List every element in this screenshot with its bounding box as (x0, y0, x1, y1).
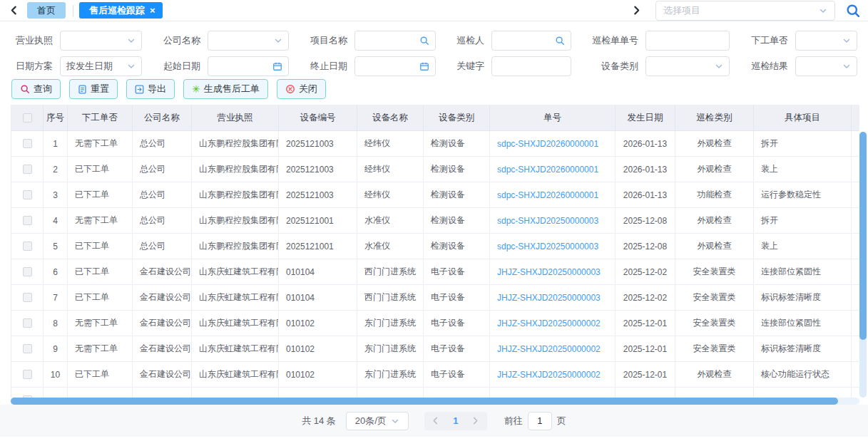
query-button[interactable]: 查询 (11, 79, 61, 99)
filter-label-end-date: 终止日期 (306, 60, 347, 73)
cell-inspect_type: 安全装置类 (693, 266, 736, 278)
row-checkbox[interactable] (23, 318, 32, 328)
cell-device_no: 2025121003 (286, 190, 334, 200)
cell-device_name: 水准仪 (364, 214, 390, 227)
global-search-icon[interactable] (845, 3, 861, 19)
order-no-link[interactable]: JHJZ-SHXJD20250000002 (497, 344, 601, 354)
table-row: 7已下工单金石建设公司山东庆虹建筑工程有限公司010104西门门进系统电子设备J… (11, 285, 859, 311)
table-row: 1无需下工单总公司山东鹏程控股集团有限公司2025121003经纬仪检测设备sd… (11, 131, 859, 157)
cell-license: 山东庆虹建筑工程有限公司 (199, 317, 279, 329)
order-no-link[interactable]: sdpc-SHXJD20260000001 (497, 190, 598, 200)
col-header-company: 公司名称 (133, 105, 192, 131)
cell-item: 标识标签清晰度 (761, 343, 821, 355)
calendar-icon[interactable] (272, 61, 282, 71)
export-button[interactable]: 导出 (126, 79, 175, 99)
search-icon[interactable] (555, 36, 565, 46)
order-no-link[interactable]: JHJZ-SHXJD20250000003 (497, 267, 601, 277)
cell-license: 山东鹏程控股集团有限公司 (199, 189, 279, 201)
inspection-order-no-input[interactable] (645, 31, 730, 51)
business-license-select[interactable] (60, 31, 142, 51)
order-no-link[interactable]: sdpc-SHXJD20260000001 (497, 139, 598, 149)
cell-device_type: 检测设备 (431, 163, 465, 175)
filter-label-keyword: 关键字 (453, 60, 484, 73)
reset-button[interactable]: 重置 (69, 79, 118, 99)
tab-home[interactable]: 首页 (27, 2, 66, 19)
row-checkbox[interactable] (23, 165, 32, 174)
generate-work-order-button[interactable]: ✳ 生成售后工单 (183, 79, 268, 99)
vertical-scrollbar-track[interactable] (859, 132, 867, 398)
row-checkbox[interactable] (23, 344, 32, 353)
work-order-issued-select[interactable] (795, 31, 857, 51)
cell-date: 2025-12-01 (623, 344, 667, 354)
horizontal-scrollbar-track[interactable] (11, 398, 859, 405)
vertical-scrollbar-thumb[interactable] (859, 132, 867, 340)
chevron-right-icon[interactable] (628, 3, 644, 19)
start-date-input[interactable] (208, 56, 289, 76)
filter-label-inspection-result: 巡检结果 (747, 60, 788, 73)
table-row: 10已下工单金石建设公司山东庆虹建筑工程有限公司010102东门门进系统电子设备… (11, 362, 859, 388)
export-icon (135, 85, 144, 94)
cell-company: 总公司 (140, 189, 165, 201)
order-no-link[interactable]: JHJZ-SHXJD20250000003 (497, 293, 601, 303)
cell-clipped (852, 182, 859, 208)
search-icon[interactable] (419, 36, 429, 46)
project-name-input[interactable] (354, 31, 436, 51)
calendar-icon[interactable] (419, 61, 429, 71)
order-no-link[interactable]: JHJZ-SHXJD20250000002 (497, 318, 601, 328)
close-button[interactable]: 关闭 (277, 79, 326, 99)
col-header-device-no: 设备编号 (279, 105, 357, 131)
current-page[interactable]: 1 (446, 412, 466, 430)
cell-inspect_type: 安全装置类 (693, 343, 736, 355)
tab-active-label: 售后巡检跟踪 (89, 4, 145, 17)
row-checkbox[interactable] (23, 190, 32, 199)
tab-after-sales-inspection[interactable]: 售后巡检跟踪 × (79, 2, 163, 19)
cell-clipped (852, 208, 859, 234)
prev-page-button[interactable] (426, 412, 446, 430)
next-page-button[interactable] (466, 412, 486, 430)
cell-date: 2025-12-08 (623, 216, 667, 226)
row-checkbox[interactable] (23, 242, 32, 251)
cell-clipped (852, 259, 859, 285)
cell-inspect_type: 外观检查 (698, 214, 732, 227)
cell-company: 总公司 (140, 240, 165, 252)
cell-work_order: 已下工单 (75, 240, 109, 252)
select-all-checkbox[interactable] (23, 113, 32, 123)
cell-device_type: 检测设备 (431, 138, 465, 150)
device-type-select[interactable] (645, 56, 730, 76)
cell-seq: 1 (53, 139, 58, 149)
pagination-bar: 共 14 条 20条/页 1 前往 页 (0, 405, 868, 437)
order-no-link[interactable]: sdpc-SHXJD20250000003 (497, 216, 598, 226)
end-date-input[interactable] (354, 56, 436, 76)
goto-page-input[interactable] (528, 412, 552, 430)
tab-close-icon[interactable]: × (150, 5, 155, 16)
order-no-link[interactable]: JHJZ-SHXJD20250000002 (497, 370, 601, 380)
company-name-select[interactable] (208, 31, 289, 51)
cell-company: 金石建设公司 (140, 368, 191, 380)
horizontal-scrollbar-thumb[interactable] (11, 398, 838, 405)
page-size-select[interactable]: 20条/页 (346, 412, 409, 430)
keyword-input[interactable] (491, 56, 571, 76)
inspection-result-select[interactable] (795, 56, 857, 76)
cell-date: 2025-12-01 (623, 318, 667, 328)
chevron-left-icon[interactable] (6, 3, 21, 19)
row-checkbox[interactable] (23, 370, 32, 379)
cell-date: 2025-12-01 (623, 370, 667, 380)
cell-license: 山东鹏程控股集团有限公司 (199, 214, 279, 227)
search-icon (20, 84, 30, 94)
filter-label-device-type: 设备类别 (588, 60, 638, 73)
order-no-link[interactable]: sdpc-SHXJD20250000003 (497, 242, 598, 251)
project-select[interactable]: 选择项目 (655, 1, 835, 21)
table-row: 6已下工单金石建设公司山东庆虹建筑工程有限公司010104西门门进系统电子设备J… (11, 259, 859, 285)
row-checkbox[interactable] (23, 216, 32, 225)
inspector-input[interactable] (491, 31, 571, 51)
cell-company: 金石建设公司 (140, 343, 191, 355)
order-no-link[interactable]: sdpc-SHXJD20260000001 (497, 165, 598, 175)
row-checkbox[interactable] (23, 293, 32, 302)
col-header-inspect-type: 巡检类别 (675, 105, 754, 131)
action-toolbar: 查询 重置 导出 ✳ 生成售后工单 关闭 (0, 76, 868, 99)
row-checkbox[interactable] (23, 139, 32, 148)
col-header-device-name: 设备名称 (357, 105, 424, 131)
date-scheme-select[interactable]: 按发生日期 (60, 56, 142, 76)
row-checkbox[interactable] (23, 267, 32, 276)
table-row: 3已下工单总公司山东鹏程控股集团有限公司2025121003经纬仪检测设备sdp… (11, 182, 859, 208)
